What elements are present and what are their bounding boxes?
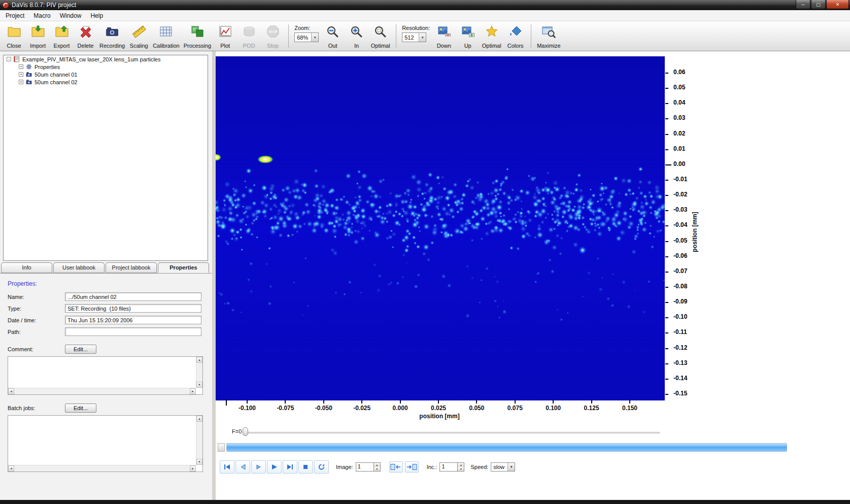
processing-button[interactable]: Processing bbox=[182, 22, 213, 50]
increment-value[interactable]: 1 bbox=[439, 462, 458, 472]
play-button[interactable] bbox=[267, 460, 282, 474]
frame-start-button[interactable] bbox=[389, 461, 403, 473]
zoom-in-button[interactable]: In bbox=[345, 22, 368, 50]
name-field[interactable]: .../50um channel 02 bbox=[65, 292, 201, 301]
batch-edit-button[interactable]: Edit... bbox=[65, 404, 96, 413]
x-tick-label: 0.150 bbox=[622, 405, 637, 412]
type-field[interactable]: SET: Recording (10 files) bbox=[65, 304, 201, 313]
dropdown-arrow-icon[interactable]: ▼ bbox=[507, 463, 515, 471]
date-field[interactable]: Thu Jun 15 15:20:09 2006 bbox=[65, 316, 201, 324]
loop-button[interactable] bbox=[314, 460, 329, 474]
batch-hscrollbar[interactable]: ◄ ► bbox=[8, 465, 196, 472]
dropdown-arrow-icon[interactable]: ▼ bbox=[311, 33, 318, 42]
comment-row: Comment: Edit... bbox=[8, 345, 205, 353]
scroll-left-icon[interactable]: ◄ bbox=[8, 465, 14, 472]
path-field[interactable] bbox=[65, 327, 201, 336]
spinner-up-icon[interactable]: ▲ bbox=[458, 463, 464, 467]
tab-user-labbook[interactable]: User labbook bbox=[53, 262, 105, 273]
menu-help[interactable]: Help bbox=[86, 11, 108, 21]
name-field-row: Name: .../50um channel 02 bbox=[8, 292, 205, 301]
speed-select[interactable]: slow ▼ bbox=[491, 462, 515, 472]
maximize-button[interactable]: ▢ bbox=[811, 0, 826, 9]
hscroll-thumb[interactable] bbox=[226, 443, 787, 452]
spinner-up-icon[interactable]: ▲ bbox=[374, 463, 380, 467]
menu-project[interactable]: Project bbox=[1, 11, 29, 21]
spinner-down-icon[interactable]: ▼ bbox=[374, 467, 380, 471]
maximize-view-button[interactable]: Maximize bbox=[535, 22, 562, 50]
tree-item-channel-02[interactable]: + 50um channel 02 bbox=[4, 78, 208, 86]
expand-expander-icon[interactable]: + bbox=[19, 72, 23, 77]
scroll-down-icon[interactable]: ▼ bbox=[196, 459, 202, 465]
zoom-out-button[interactable]: Out bbox=[321, 22, 345, 50]
x-tick-label: -0.050 bbox=[315, 405, 332, 412]
zoom-optimal-button[interactable]: Optimal bbox=[368, 22, 392, 50]
play-icon bbox=[270, 463, 278, 471]
resolution-down-button[interactable]: Down bbox=[432, 22, 456, 50]
close-button[interactable]: Close bbox=[2, 22, 26, 50]
comment-edit-button[interactable]: Edit... bbox=[65, 345, 96, 354]
scroll-down-icon[interactable]: ▼ bbox=[196, 382, 202, 388]
plot-button[interactable]: Plot bbox=[213, 22, 237, 50]
image-number-value[interactable]: 1 bbox=[356, 462, 374, 472]
y-tick-label: -0.01 bbox=[673, 176, 687, 183]
batch-vscrollbar[interactable]: ▲ ▼ bbox=[196, 416, 202, 465]
tree-root-item[interactable]: - Example_PIV_MITAS_cw laser_20X lens_1u… bbox=[4, 55, 208, 63]
tree-item-channel-01[interactable]: + 50um channel 01 bbox=[4, 71, 208, 78]
frame-end-button[interactable] bbox=[405, 461, 419, 473]
skip-start-button[interactable] bbox=[220, 460, 234, 474]
y-tick-label: -0.14 bbox=[673, 375, 687, 382]
close-window-button[interactable]: ✕ bbox=[826, 0, 849, 9]
step-forward-button[interactable] bbox=[251, 460, 266, 474]
increment-spinner[interactable]: 1 ▲ ▼ bbox=[439, 462, 464, 472]
name-label: Name: bbox=[8, 294, 65, 300]
y-tick-label: -0.08 bbox=[673, 283, 687, 290]
hscroll-knob[interactable] bbox=[218, 443, 225, 452]
tab-info[interactable]: Info bbox=[1, 262, 52, 273]
zoom-label: Zoom: bbox=[294, 25, 319, 31]
toolbar-separator bbox=[288, 24, 289, 48]
tab-project-labbook[interactable]: Project labbook bbox=[106, 262, 157, 273]
recording-button[interactable]: Recording bbox=[97, 22, 127, 50]
export-button[interactable]: Export bbox=[50, 22, 74, 50]
step-back-button[interactable] bbox=[235, 460, 250, 474]
dropdown-arrow-icon[interactable]: ▼ bbox=[419, 33, 426, 42]
calibration-button[interactable]: Calibration bbox=[151, 22, 182, 50]
frame-slider-track[interactable] bbox=[244, 432, 660, 433]
stop-playback-button[interactable] bbox=[298, 460, 313, 474]
frame-slider-thumb[interactable] bbox=[243, 427, 248, 436]
y-tick bbox=[665, 73, 668, 74]
batch-jobs-row: Batch jobs: Edit... bbox=[8, 404, 205, 412]
scroll-left-icon[interactable]: ◄ bbox=[8, 388, 14, 394]
minimize-button[interactable]: ─ bbox=[796, 0, 810, 9]
scroll-right-icon[interactable]: ► bbox=[190, 465, 196, 472]
menu-window[interactable]: Window bbox=[55, 11, 86, 21]
skip-end-button[interactable] bbox=[283, 460, 297, 474]
colors-button[interactable]: Colors bbox=[503, 22, 527, 50]
y-tick-label: -0.06 bbox=[673, 252, 687, 259]
resolution-select[interactable]: 512 ▼ bbox=[402, 32, 426, 42]
spinner-down-icon[interactable]: ▼ bbox=[458, 467, 464, 471]
expand-expander-icon[interactable]: + bbox=[19, 80, 23, 84]
y-tick-label: -0.05 bbox=[673, 237, 687, 244]
menu-macro[interactable]: Macro bbox=[29, 11, 55, 21]
comment-vscrollbar[interactable]: ▲ ▼ bbox=[196, 357, 202, 388]
piv-image[interactable] bbox=[216, 56, 665, 400]
comment-hscrollbar[interactable]: ◄ ► bbox=[8, 388, 196, 394]
zoom-select[interactable]: 68% ▼ bbox=[294, 32, 319, 42]
image-hscrollbar bbox=[218, 443, 787, 452]
scroll-up-icon[interactable]: ▲ bbox=[196, 357, 202, 363]
expand-expander-icon[interactable]: + bbox=[19, 64, 23, 69]
resolution-optimal-button[interactable]: Optimal bbox=[480, 22, 503, 50]
comment-box[interactable]: ▲ ▼ ◄ ► bbox=[8, 356, 203, 395]
scaling-button[interactable]: Scaling bbox=[127, 22, 151, 50]
scroll-right-icon[interactable]: ► bbox=[190, 388, 196, 394]
scroll-up-icon[interactable]: ▲ bbox=[196, 416, 202, 422]
tab-properties[interactable]: Properties bbox=[158, 262, 209, 273]
batch-jobs-box[interactable]: ▲ ▼ ◄ ► bbox=[8, 415, 203, 472]
tree-item-properties[interactable]: + Properties bbox=[4, 63, 208, 71]
image-number-spinner[interactable]: 1 ▲ ▼ bbox=[356, 462, 381, 472]
delete-button[interactable]: Delete bbox=[74, 22, 97, 50]
collapse-expander-icon[interactable]: - bbox=[7, 57, 11, 61]
resolution-up-button[interactable]: Up bbox=[456, 22, 480, 50]
import-button[interactable]: Import bbox=[26, 22, 50, 50]
